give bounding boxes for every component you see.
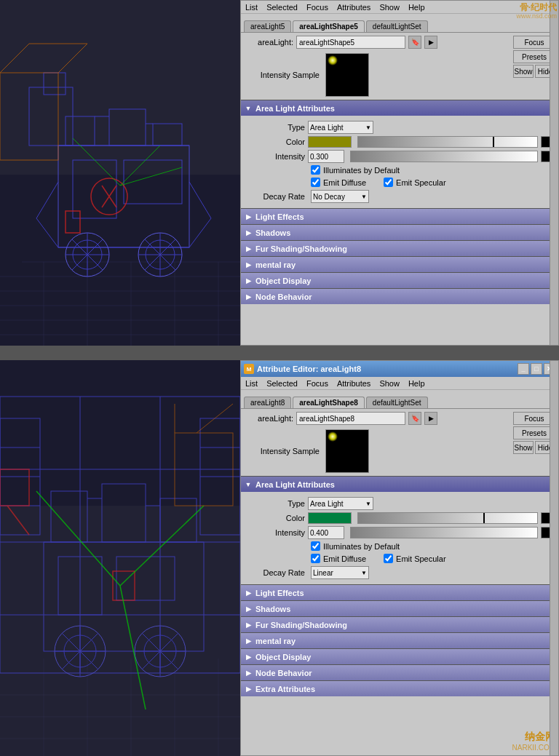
bottom-shadows-section[interactable]: ▶ Shadows [241, 600, 558, 616]
bottom-attrs-section: Type Area Light ▼ Color Intensity [241, 492, 558, 584]
bottom-type-dropdown[interactable]: Area Light ▼ [308, 497, 373, 510]
top-intensity-sample-row: Intensity Sample [247, 53, 552, 97]
bottom-nodebehavior-section[interactable]: ▶ Node Behavior [241, 664, 558, 680]
bottom-maximize-btn[interactable]: □ [531, 363, 542, 375]
bottom-arealight-label: areaLight: [244, 414, 293, 423]
bottom-light-effects-section[interactable]: ▶ Light Effects [241, 584, 558, 600]
top-shadows-section[interactable]: ▶ Shadows [241, 224, 558, 240]
top-illuminates-label: Illuminates by Default [323, 166, 400, 175]
bottom-decay-dropdown[interactable]: Linear ▼ [311, 566, 369, 579]
top-fur-label: Fur Shading/Shadowing [255, 244, 347, 253]
bottom-color-gradient[interactable] [357, 512, 538, 524]
top-arealight-label: areaLight: [244, 38, 293, 47]
top-attr-editor: 骨·纪时代 www.nsd.com List Selected Focus At… [240, 0, 559, 346]
bottom-extraattributes-section[interactable]: ▶ Extra Attributes [241, 680, 558, 696]
bottom-arrow-btn[interactable]: ▶ [424, 412, 437, 425]
menu-focus[interactable]: Focus [305, 3, 330, 12]
top-attr-section-header[interactable]: ▼ Area Light Attributes [241, 100, 558, 116]
bottom-scrollbar[interactable] [550, 361, 558, 755]
bottom-section-title: Area Light Attributes [255, 480, 335, 489]
bottom-color-swatch[interactable] [308, 512, 352, 524]
bottom-intensity-label: Intensity Sample [247, 447, 320, 455]
top-emit-diffuse-label: Emit Diffuse [323, 178, 366, 187]
bottom-menu-selected[interactable]: Selected [265, 379, 299, 388]
top-shadows-label: Shadows [255, 228, 290, 237]
bottom-menu-attributes[interactable]: Attributes [336, 379, 372, 388]
top-bookmark-btn[interactable]: 🔖 [408, 36, 421, 49]
bottom-fur-section[interactable]: ▶ Fur Shading/Shadowing [241, 616, 558, 632]
top-mentalray-section[interactable]: ▶ mental ray [241, 256, 558, 272]
top-objectdisplay-section[interactable]: ▶ Object Display [241, 272, 558, 288]
bottom-emit-specular-label: Emit Specular [396, 554, 445, 563]
tab-defaultlightset-bottom[interactable]: defaultLightSet [366, 397, 428, 408]
bottom-menu-show[interactable]: Show [378, 379, 401, 388]
bottom-intensity-value[interactable] [308, 526, 344, 539]
tab-defaultlightset[interactable]: defaultLightSet [366, 20, 428, 32]
tab-arealight8[interactable]: areaLight8 [244, 397, 291, 408]
menu-show[interactable]: Show [378, 3, 401, 12]
top-intensity-value[interactable] [308, 150, 344, 163]
bottom-emit-diffuse-cb[interactable] [311, 554, 320, 563]
top-light-effects-arrow: ▶ [244, 212, 253, 221]
bottom-mentalray-arrow: ▶ [244, 637, 253, 645]
bottom-extraattributes-arrow: ▶ [244, 685, 253, 693]
bottom-title-bar: M Attribute Editor: areaLight8 _ □ ✕ [241, 361, 558, 377]
top-arealight-input[interactable] [296, 36, 405, 49]
top-color-swatch[interactable] [308, 136, 352, 148]
top-section-title: Area Light Attributes [255, 104, 335, 113]
menu-list[interactable]: List [244, 3, 259, 12]
bottom-objectdisplay-label: Object Display [255, 653, 311, 661]
top-light-effects-label: Light Effects [255, 212, 304, 221]
top-intensity-box [325, 53, 369, 97]
top-intensity-gradient[interactable] [350, 151, 538, 162]
top-emit-specular-cb[interactable] [384, 178, 393, 187]
tab-arealightshape8[interactable]: areaLightShape8 [293, 397, 365, 408]
top-shadows-arrow: ▶ [244, 228, 253, 237]
top-show-btn[interactable]: Show [513, 65, 534, 78]
top-objectdisplay-label: Object Display [255, 276, 311, 285]
top-decay-dropdown[interactable]: No Decay ▼ [311, 190, 369, 203]
bottom-intensity-sample-row: Intensity Sample [247, 429, 552, 473]
bottom-mentalray-section[interactable]: ▶ mental ray [241, 632, 558, 648]
top-emit-diffuse-cb[interactable] [311, 178, 320, 187]
top-type-label: Type [247, 123, 305, 132]
bottom-light-effects-arrow: ▶ [244, 589, 253, 597]
bottom-menu-help[interactable]: Help [407, 379, 427, 388]
top-decay-label: Decay Rate [247, 192, 305, 201]
top-illuminates-cb[interactable] [311, 165, 320, 175]
bottom-intensity-gradient[interactable] [350, 527, 538, 538]
top-nodebehavior-arrow: ▶ [244, 293, 253, 301]
bottom-section-arrow: ▼ [244, 480, 253, 489]
menu-help[interactable]: Help [407, 3, 427, 12]
top-fur-section[interactable]: ▶ Fur Shading/Shadowing [241, 240, 558, 256]
bottom-bookmark-btn[interactable]: 🔖 [408, 412, 421, 425]
tab-arealight5[interactable]: areaLight5 [244, 20, 291, 32]
bottom-objectdisplay-section[interactable]: ▶ Object Display [241, 648, 558, 664]
bottom-show-btn[interactable]: Show [513, 441, 534, 454]
bottom-emit-specular-cb[interactable] [384, 554, 393, 563]
top-menu-bar: List Selected Focus Attributes Show Help [241, 1, 558, 14]
tab-arealightshape5[interactable]: areaLightShape5 [293, 20, 365, 32]
bottom-minimize-btn[interactable]: _ [518, 363, 529, 375]
bottom-arealight-input[interactable] [296, 412, 405, 425]
bottom-attr-section-header[interactable]: ▼ Area Light Attributes [241, 476, 558, 492]
menu-attributes[interactable]: Attributes [336, 3, 372, 12]
top-arrow-btn[interactable]: ▶ [424, 36, 437, 49]
bottom-menu-list[interactable]: List [244, 379, 259, 388]
bottom-attr-editor: M Attribute Editor: areaLight8 _ □ ✕ Lis… [240, 360, 559, 756]
top-tab-bar: areaLight5 areaLightShape5 defaultLightS… [241, 14, 558, 33]
bottom-illuminates-cb[interactable] [311, 541, 320, 551]
top-scrollbar[interactable] [550, 1, 558, 345]
top-attrs-section: Type Area Light ▼ Color Intensity [241, 116, 558, 208]
top-nodebehavior-section[interactable]: ▶ Node Behavior [241, 288, 558, 304]
top-type-dropdown[interactable]: Area Light ▼ [308, 121, 373, 134]
top-color-gradient[interactable] [357, 136, 538, 148]
bottom-decay-label: Decay Rate [247, 568, 305, 577]
top-fur-arrow: ▶ [244, 244, 253, 253]
top-light-effects-section[interactable]: ▶ Light Effects [241, 208, 558, 224]
menu-selected[interactable]: Selected [265, 3, 299, 12]
bottom-menu-focus[interactable]: Focus [305, 379, 330, 388]
bottom-tab-bar: areaLight8 areaLightShape8 defaultLightS… [241, 390, 558, 409]
bottom-nodebehavior-label: Node Behavior [255, 669, 312, 677]
bottom-viewport [0, 360, 240, 756]
